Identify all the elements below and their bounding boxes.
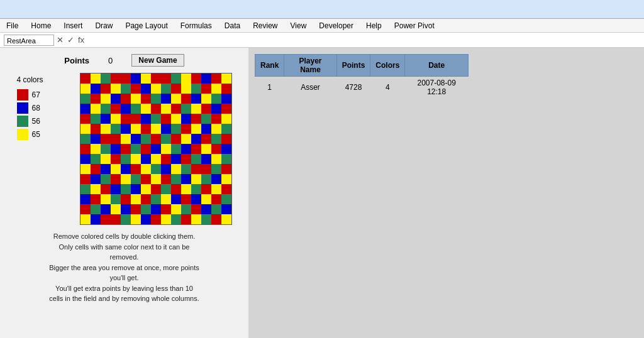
grid-cell[interactable]	[181, 124, 191, 134]
grid-cell[interactable]	[121, 164, 131, 174]
grid-cell[interactable]	[91, 124, 101, 134]
grid-cell[interactable]	[211, 204, 221, 214]
formula-input[interactable]	[88, 36, 640, 45]
grid-cell[interactable]	[111, 104, 121, 114]
grid-cell[interactable]	[80, 184, 91, 194]
grid-cell[interactable]	[111, 144, 121, 154]
grid-cell[interactable]	[111, 84, 121, 94]
grid-cell[interactable]	[201, 104, 211, 114]
grid-cell[interactable]	[171, 114, 181, 124]
grid-cell[interactable]	[121, 194, 131, 204]
grid-cell[interactable]	[141, 94, 151, 104]
menu-page-layout[interactable]: Page Layout	[123, 20, 170, 31]
grid-cell[interactable]	[101, 114, 111, 124]
grid-cell[interactable]	[121, 144, 131, 154]
new-game-button[interactable]: New Game	[131, 54, 184, 67]
fx-icon[interactable]: fx	[78, 35, 84, 45]
grid-cell[interactable]	[151, 194, 161, 204]
grid-cell[interactable]	[101, 104, 111, 114]
grid-cell[interactable]	[191, 144, 201, 154]
grid-cell[interactable]	[80, 204, 91, 214]
grid-cell[interactable]	[181, 114, 191, 124]
grid-cell[interactable]	[201, 184, 211, 194]
grid-cell[interactable]	[111, 74, 121, 84]
grid-cell[interactable]	[121, 94, 131, 104]
grid-cell[interactable]	[161, 164, 171, 174]
grid-cell[interactable]	[211, 194, 221, 204]
grid-cell[interactable]	[111, 204, 121, 214]
grid-cell[interactable]	[101, 154, 111, 164]
grid-cell[interactable]	[151, 214, 161, 224]
menu-data[interactable]: Data	[222, 20, 243, 31]
grid-cell[interactable]	[80, 154, 91, 164]
grid-cell[interactable]	[211, 84, 221, 94]
menu-insert[interactable]: Insert	[61, 20, 85, 31]
grid-cell[interactable]	[111, 124, 121, 134]
grid-cell[interactable]	[181, 94, 191, 104]
grid-cell[interactable]	[151, 154, 161, 164]
grid-cell[interactable]	[141, 214, 151, 224]
grid-cell[interactable]	[131, 194, 141, 204]
name-box[interactable]: RestArea	[4, 35, 54, 46]
grid-cell[interactable]	[91, 94, 101, 104]
grid-cell[interactable]	[151, 204, 161, 214]
grid-cell[interactable]	[171, 164, 181, 174]
grid-cell[interactable]	[131, 164, 141, 174]
grid-cell[interactable]	[141, 184, 151, 194]
grid-cell[interactable]	[141, 104, 151, 114]
grid-cell[interactable]	[121, 204, 131, 214]
grid-cell[interactable]	[91, 174, 101, 184]
grid-cell[interactable]	[161, 194, 171, 204]
grid-cell[interactable]	[131, 104, 141, 114]
grid-cell[interactable]	[141, 204, 151, 214]
grid-cell[interactable]	[161, 154, 171, 164]
grid-cell[interactable]	[201, 134, 211, 144]
grid-cell[interactable]	[101, 214, 111, 224]
grid-cell[interactable]	[191, 214, 201, 224]
grid-cell[interactable]	[161, 174, 171, 184]
grid-cell[interactable]	[211, 164, 221, 174]
grid-cell[interactable]	[141, 84, 151, 94]
grid-cell[interactable]	[221, 164, 231, 174]
grid-cell[interactable]	[141, 144, 151, 154]
grid-cell[interactable]	[191, 104, 201, 114]
grid-cell[interactable]	[101, 94, 111, 104]
grid-cell[interactable]	[201, 144, 211, 154]
grid-cell[interactable]	[101, 144, 111, 154]
grid-cell[interactable]	[111, 174, 121, 184]
grid-cell[interactable]	[171, 104, 181, 114]
grid-cell[interactable]	[111, 194, 121, 204]
grid-cell[interactable]	[221, 154, 231, 164]
grid-cell[interactable]	[121, 174, 131, 184]
grid-cell[interactable]	[111, 114, 121, 124]
grid-cell[interactable]	[80, 74, 91, 84]
grid-cell[interactable]	[221, 174, 231, 184]
grid-cell[interactable]	[151, 184, 161, 194]
grid-cell[interactable]	[221, 194, 231, 204]
grid-cell[interactable]	[161, 94, 171, 104]
grid-cell[interactable]	[211, 74, 221, 84]
grid-cell[interactable]	[151, 124, 161, 134]
grid-cell[interactable]	[111, 164, 121, 174]
grid-cell[interactable]	[101, 194, 111, 204]
grid-cell[interactable]	[91, 194, 101, 204]
grid-cell[interactable]	[211, 114, 221, 124]
grid-cell[interactable]	[161, 84, 171, 94]
grid-cell[interactable]	[131, 204, 141, 214]
grid-cell[interactable]	[151, 144, 161, 154]
grid-cell[interactable]	[101, 174, 111, 184]
grid-cell[interactable]	[171, 154, 181, 164]
grid-cell[interactable]	[111, 94, 121, 104]
grid-cell[interactable]	[211, 174, 221, 184]
grid-cell[interactable]	[201, 194, 211, 204]
grid-cell[interactable]	[221, 74, 231, 84]
grid-cell[interactable]	[161, 114, 171, 124]
grid-cell[interactable]	[201, 204, 211, 214]
grid-cell[interactable]	[161, 134, 171, 144]
grid-cell[interactable]	[151, 74, 161, 84]
grid-cell[interactable]	[221, 134, 231, 144]
grid-cell[interactable]	[101, 74, 111, 84]
grid-cell[interactable]	[181, 134, 191, 144]
grid-cell[interactable]	[121, 184, 131, 194]
grid-cell[interactable]	[181, 84, 191, 94]
